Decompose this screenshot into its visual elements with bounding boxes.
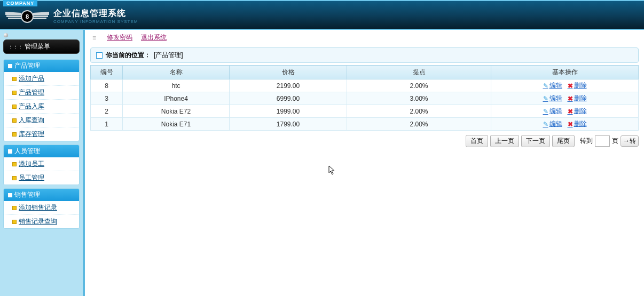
cell-name: Nokia E72 bbox=[123, 105, 230, 118]
cell-ops: ✎编辑✖删除 bbox=[491, 105, 639, 118]
pencil-icon: ✎ bbox=[543, 108, 548, 115]
cell-ops: ✎编辑✖删除 bbox=[491, 118, 639, 131]
pager-goto-input[interactable] bbox=[595, 135, 610, 147]
sidebar-section-title[interactable]: 销售管理 bbox=[4, 189, 79, 201]
square-icon bbox=[8, 193, 12, 197]
col-rate: 提点 bbox=[347, 66, 491, 79]
document-icon bbox=[96, 52, 103, 59]
bullet-icon bbox=[12, 220, 17, 224]
pager: 首页 上一页 下一页 尾页 转到 页 →转 bbox=[90, 135, 639, 147]
pager-last-button[interactable]: 尾页 bbox=[552, 135, 575, 147]
sidebar-item[interactable]: 产品管理 bbox=[4, 85, 79, 99]
bullet-icon bbox=[12, 132, 17, 137]
cell-id: 3 bbox=[91, 92, 123, 105]
sidebar-section-title[interactable]: 产品管理 bbox=[4, 60, 79, 72]
pager-prev-button[interactable]: 上一页 bbox=[490, 135, 519, 147]
pencil-icon: ✎ bbox=[543, 82, 548, 90]
col-price: 价格 bbox=[230, 66, 347, 79]
cell-rate: 2.00% bbox=[347, 118, 491, 131]
sidebar-item-link[interactable]: 添加销售记录 bbox=[19, 203, 57, 212]
sidebar-item[interactable]: 添加员工 bbox=[4, 157, 79, 171]
col-id: 编号 bbox=[91, 66, 123, 79]
table-row: 3IPhone46999.003.00%✎编辑✖删除 bbox=[91, 92, 639, 105]
change-password-link[interactable]: 修改密码 bbox=[107, 33, 132, 42]
sidebar-item[interactable]: 销售记录查询 bbox=[4, 214, 79, 228]
cell-rate: 3.00% bbox=[347, 92, 491, 105]
sidebar-section-title[interactable]: 人员管理 bbox=[4, 145, 79, 157]
cell-ops: ✎编辑✖删除 bbox=[491, 79, 639, 92]
pager-goto-label: 转到 bbox=[580, 137, 593, 146]
pencil-icon: ✎ bbox=[543, 121, 548, 128]
sidebar-menu-header: ⋮⋮⋮ 管理菜单 bbox=[3, 39, 80, 54]
sidebar-section-label: 销售管理 bbox=[14, 190, 40, 199]
delete-link[interactable]: ✖删除 bbox=[568, 94, 587, 103]
app-subtitle: COMPANY INFORMATION SYSTEM bbox=[53, 19, 138, 24]
pager-go-button[interactable]: →转 bbox=[621, 135, 639, 147]
cell-rate: 2.00% bbox=[347, 105, 491, 118]
square-icon bbox=[8, 149, 12, 154]
cell-price: 6999.00 bbox=[230, 92, 347, 105]
cell-id: 8 bbox=[91, 79, 123, 92]
dots-icon: ⋮⋮⋮ bbox=[8, 44, 22, 50]
edit-link[interactable]: ✎编辑 bbox=[543, 107, 562, 116]
sidebar-item-link[interactable]: 添加员工 bbox=[19, 159, 44, 169]
sidebar-item-link[interactable]: 员工管理 bbox=[19, 173, 44, 182]
pencil-icon: ✎ bbox=[543, 95, 548, 102]
x-icon: ✖ bbox=[568, 108, 573, 115]
cell-price: 2199.00 bbox=[230, 79, 347, 92]
col-name: 名称 bbox=[123, 66, 230, 79]
cell-ops: ✎编辑✖删除 bbox=[491, 92, 639, 105]
pager-first-button[interactable]: 首页 bbox=[466, 135, 488, 147]
sidebar-item[interactable]: 员工管理 bbox=[4, 171, 79, 185]
sidebar-section-sales: 销售管理 添加销售记录 销售记录查询 bbox=[3, 188, 80, 229]
sidebar-item-link[interactable]: 库存管理 bbox=[19, 130, 44, 139]
sidebar-item-link[interactable]: 入库查询 bbox=[19, 116, 44, 125]
bullet-icon bbox=[12, 105, 17, 109]
delete-link[interactable]: ✖删除 bbox=[568, 119, 587, 129]
sidebar-item-link[interactable]: 添加产品 bbox=[19, 74, 44, 83]
sidebar: ⋮⋮⋮ 管理菜单 产品管理 添加产品 产品管理 产品入库 入库查询 库存管理 bbox=[0, 30, 83, 296]
logout-link[interactable]: 退出系统 bbox=[141, 33, 167, 42]
grip-icon: ≡ bbox=[92, 34, 96, 42]
svg-text:8: 8 bbox=[26, 13, 29, 20]
edit-link[interactable]: ✎编辑 bbox=[543, 94, 562, 103]
edit-link[interactable]: ✎编辑 bbox=[543, 81, 562, 90]
main-content: ≡ 修改密码 退出系统 你当前的位置： [产品管理] 编号 名称 价格 提点 bbox=[83, 30, 644, 296]
sidebar-section-staff: 人员管理 添加员工 员工管理 bbox=[3, 145, 80, 185]
x-icon: ✖ bbox=[568, 95, 573, 102]
bullet-icon bbox=[12, 206, 17, 210]
sidebar-section-product: 产品管理 添加产品 产品管理 产品入库 入库查询 库存管理 bbox=[3, 59, 80, 141]
breadcrumb-value: [产品管理] bbox=[154, 51, 183, 60]
sidebar-item[interactable]: 添加销售记录 bbox=[4, 201, 79, 214]
cell-id: 2 bbox=[91, 105, 123, 118]
breadcrumb: 你当前的位置： [产品管理] bbox=[90, 47, 639, 63]
sidebar-item[interactable]: 入库查询 bbox=[4, 113, 79, 127]
company-tag: COMPANY bbox=[3, 0, 37, 6]
table-row: 1Nokia E711799.002.00%✎编辑✖删除 bbox=[91, 118, 639, 131]
cell-name: htc bbox=[123, 79, 230, 92]
cell-name: IPhone4 bbox=[123, 92, 230, 105]
sidebar-item[interactable]: 产品入库 bbox=[4, 99, 79, 113]
sidebar-item-link[interactable]: 销售记录查询 bbox=[19, 217, 57, 226]
pager-page-suffix: 页 bbox=[612, 137, 618, 146]
table-row: 8htc2199.002.00%✎编辑✖删除 bbox=[91, 79, 639, 92]
sidebar-item-link[interactable]: 产品管理 bbox=[19, 88, 44, 97]
cell-rate: 2.00% bbox=[347, 79, 491, 92]
delete-link[interactable]: ✖删除 bbox=[568, 81, 587, 90]
sidebar-item[interactable]: 添加产品 bbox=[4, 72, 79, 85]
col-ops: 基本操作 bbox=[491, 66, 639, 79]
top-links-bar: ≡ 修改密码 退出系统 bbox=[85, 30, 644, 45]
x-icon: ✖ bbox=[568, 82, 573, 90]
cell-price: 1799.00 bbox=[230, 118, 347, 131]
pager-next-button[interactable]: 下一页 bbox=[521, 135, 550, 147]
delete-link[interactable]: ✖删除 bbox=[568, 107, 587, 116]
bullet-icon bbox=[12, 77, 17, 81]
breadcrumb-label: 你当前的位置： bbox=[106, 51, 151, 60]
app-title: 企业信息管理系统 bbox=[53, 8, 138, 19]
sidebar-item-link[interactable]: 产品入库 bbox=[19, 102, 44, 111]
bullet-icon bbox=[12, 162, 17, 166]
edit-link[interactable]: ✎编辑 bbox=[543, 119, 562, 129]
bullet-icon bbox=[12, 118, 17, 123]
cell-id: 1 bbox=[91, 118, 123, 131]
sidebar-item[interactable]: 库存管理 bbox=[4, 127, 79, 141]
